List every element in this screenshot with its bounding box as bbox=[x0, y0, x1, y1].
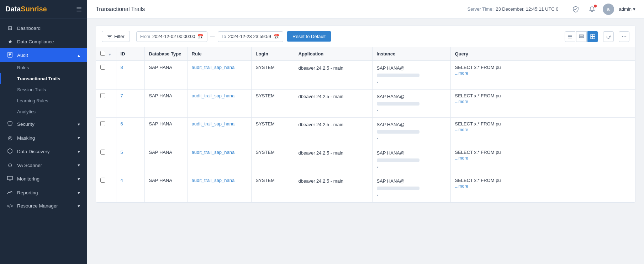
svg-point-22 bbox=[625, 36, 626, 37]
td-checkbox bbox=[96, 89, 116, 118]
view-grid-button[interactable] bbox=[587, 31, 598, 42]
refresh-button[interactable] bbox=[603, 31, 614, 42]
table-row: 8 SAP HANA audit_trail_sap_hana SYSTEM d… bbox=[96, 61, 635, 89]
chevron-up-icon: ▲ bbox=[77, 53, 81, 58]
sidebar-item-audit[interactable]: Audit ▲ bbox=[0, 48, 87, 62]
sidebar-item-label: VA Scanner bbox=[17, 163, 42, 168]
sidebar-item-monitoring[interactable]: Monitoring ▼ bbox=[0, 172, 87, 186]
sidebar-item-transactional-trails[interactable]: Transactional Trails bbox=[0, 73, 87, 84]
sidebar-item-analytics[interactable]: Analytics bbox=[0, 106, 87, 117]
sidebar-item-dashboard[interactable]: ⊞ Dashboard bbox=[0, 21, 87, 35]
sidebar-nav: ⊞ Dashboard ★ Data Compliance Audit ▲ Ru… bbox=[0, 18, 87, 264]
th-database-type[interactable]: Database Type bbox=[144, 47, 187, 61]
th-rule[interactable]: Rule bbox=[187, 47, 251, 61]
dashboard-icon: ⊞ bbox=[6, 25, 14, 31]
th-application[interactable]: Application bbox=[294, 47, 372, 61]
svg-rect-15 bbox=[579, 37, 584, 38]
td-rule[interactable]: audit_trail_sap_hana bbox=[187, 118, 251, 146]
from-date-field[interactable]: From 2024-12-02 00:00:00 📅 bbox=[136, 31, 207, 42]
content-area: Filter From 2024-12-02 00:00:00 📅 — To 2… bbox=[87, 18, 644, 264]
view-list-button[interactable] bbox=[576, 31, 587, 42]
reset-to-default-button[interactable]: Reset to Default bbox=[287, 31, 331, 42]
data-table: ▼ ID Database Type Rule bbox=[96, 47, 635, 203]
instance-blur bbox=[377, 102, 419, 106]
row-checkbox[interactable] bbox=[100, 178, 105, 183]
row-checkbox[interactable] bbox=[100, 93, 105, 98]
notification-badge bbox=[594, 5, 597, 7]
svg-marker-4 bbox=[8, 149, 12, 153]
td-instance: SAP HANA@ ▪ bbox=[372, 61, 450, 89]
sidebar-item-va-scanner[interactable]: ⊙ VA Scanner ▼ bbox=[0, 158, 87, 172]
td-instance: SAP HANA@ ▪ bbox=[372, 174, 450, 203]
more-link[interactable]: ...more bbox=[455, 71, 631, 76]
data-card: Filter From 2024-12-02 00:00:00 📅 — To 2… bbox=[96, 26, 635, 203]
td-login: SYSTEM bbox=[251, 61, 294, 89]
select-all-checkbox[interactable] bbox=[100, 51, 105, 56]
sidebar-item-data-compliance[interactable]: ★ Data Compliance bbox=[0, 35, 87, 48]
row-checkbox[interactable] bbox=[100, 121, 105, 126]
td-id[interactable]: 8 bbox=[116, 61, 144, 89]
to-date-field[interactable]: To 2024-12-23 23:59:59 📅 bbox=[218, 31, 283, 42]
sidebar-item-data-discovery[interactable]: Data Discovery ▼ bbox=[0, 145, 87, 158]
th-id[interactable]: ID bbox=[116, 47, 144, 61]
td-rule[interactable]: audit_trail_sap_hana bbox=[187, 89, 251, 118]
shield-check-icon[interactable] bbox=[570, 4, 581, 15]
view-compact-button[interactable] bbox=[565, 31, 575, 42]
td-id[interactable]: 6 bbox=[116, 118, 144, 146]
td-rule[interactable]: audit_trail_sap_hana bbox=[187, 61, 251, 89]
sidebar-item-learning-rules[interactable]: Learning Rules bbox=[0, 95, 87, 106]
more-link[interactable]: ...more bbox=[455, 127, 631, 132]
notification-icon[interactable] bbox=[586, 4, 598, 15]
sidebar-sub-label: Session Trails bbox=[17, 87, 46, 92]
td-rule[interactable]: audit_trail_sap_hana bbox=[187, 146, 251, 174]
td-id[interactable]: 4 bbox=[116, 174, 144, 203]
sidebar-item-rules[interactable]: Rules bbox=[0, 62, 87, 73]
th-query[interactable]: Query bbox=[450, 47, 635, 61]
th-login[interactable]: Login bbox=[251, 47, 294, 61]
td-login: SYSTEM bbox=[251, 118, 294, 146]
chevron-down-icon: ▼ bbox=[77, 163, 81, 167]
sidebar-item-label: Audit bbox=[17, 53, 28, 58]
sidebar-item-reporting[interactable]: Reporting ▼ bbox=[0, 186, 87, 200]
td-rule[interactable]: audit_trail_sap_hana bbox=[187, 174, 251, 203]
sidebar-item-resource-manager[interactable]: </> Resource Manager ▼ bbox=[0, 200, 87, 212]
main-area: Transactional Trails Server Time: 23 Dec… bbox=[87, 0, 644, 264]
sidebar-item-label: Data Discovery bbox=[17, 149, 50, 154]
td-instance: SAP HANA@ ▪ bbox=[372, 118, 450, 146]
sidebar-sub-label: Rules bbox=[17, 65, 29, 70]
sidebar-item-masking[interactable]: ◎ Masking ▼ bbox=[0, 131, 87, 145]
more-link[interactable]: ...more bbox=[455, 99, 631, 104]
sidebar-item-label: Masking bbox=[17, 135, 35, 141]
row-checkbox[interactable] bbox=[100, 150, 105, 155]
instance-blur bbox=[377, 187, 419, 190]
td-application: dbeaver 24.2.5 - main bbox=[294, 146, 372, 174]
sidebar-toggle-icon[interactable]: ☰ bbox=[76, 5, 82, 13]
more-link[interactable]: ...more bbox=[455, 156, 631, 161]
sidebar-sub-label: Learning Rules bbox=[17, 98, 48, 103]
more-link[interactable]: ...more bbox=[455, 184, 631, 189]
to-date-value: 2024-12-23 23:59:59 bbox=[228, 34, 271, 39]
row-checkbox[interactable] bbox=[100, 65, 105, 70]
sidebar-item-security[interactable]: Security ▼ bbox=[0, 117, 87, 131]
to-label: To bbox=[222, 34, 226, 39]
th-instance[interactable]: Instance bbox=[372, 47, 450, 61]
filter-label: Filter bbox=[114, 34, 125, 39]
td-db-type: SAP HANA bbox=[144, 118, 187, 146]
sidebar: DataSunrise ☰ ⊞ Dashboard ★ Data Complia… bbox=[0, 0, 87, 264]
header-icons: a admin ▾ bbox=[570, 4, 635, 15]
filter-button[interactable]: Filter bbox=[102, 31, 130, 42]
data-compliance-icon: ★ bbox=[6, 38, 14, 45]
logo-text: DataSunrise bbox=[5, 5, 47, 13]
instance-blur bbox=[377, 74, 419, 77]
svg-rect-5 bbox=[7, 176, 12, 180]
td-id[interactable]: 5 bbox=[116, 146, 144, 174]
td-login: SYSTEM bbox=[251, 146, 294, 174]
table-row: 6 SAP HANA audit_trail_sap_hana SYSTEM d… bbox=[96, 118, 635, 146]
toolbar: Filter From 2024-12-02 00:00:00 📅 — To 2… bbox=[96, 26, 635, 47]
more-options-button[interactable] bbox=[619, 31, 629, 42]
sidebar-item-session-trails[interactable]: Session Trails bbox=[0, 84, 87, 95]
sort-icon[interactable]: ▼ bbox=[108, 53, 112, 56]
view-toggle bbox=[565, 31, 598, 42]
td-id[interactable]: 7 bbox=[116, 89, 144, 118]
user-menu[interactable]: admin ▾ bbox=[619, 6, 635, 12]
